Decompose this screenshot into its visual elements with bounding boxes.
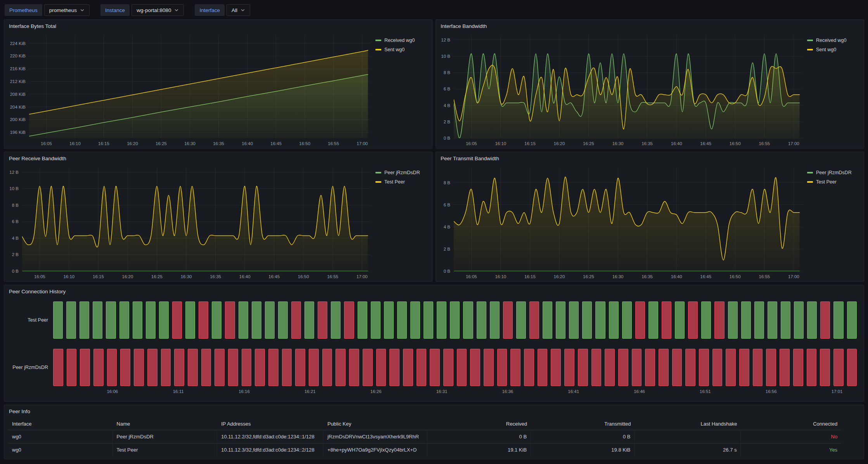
status-bar-connected <box>847 301 857 339</box>
legend-item[interactable]: Peer jRzmDsDR <box>807 170 861 175</box>
panel-title[interactable]: Interface Bandwidth <box>436 20 864 31</box>
status-bar-connected <box>93 301 102 339</box>
chart-legend: Received wg0Sent wg0 <box>374 31 432 148</box>
status-bar-disconnected <box>268 349 278 386</box>
status-bar-connected <box>556 301 565 339</box>
panel-peer-connection-history: Peer Connection History Test PeerPeer jR… <box>4 285 864 402</box>
legend-item[interactable]: Sent wg0 <box>375 47 429 52</box>
x-tick-label: 16:21 <box>304 389 316 394</box>
status-bar-disconnected <box>618 349 628 386</box>
panel-title[interactable]: Peer Connection History <box>4 285 864 296</box>
status-bar-connected <box>516 301 526 339</box>
panel-title[interactable]: Interface Bytes Total <box>4 20 432 31</box>
status-bar-disconnected <box>67 349 77 386</box>
column-header[interactable]: Transmitted <box>531 417 635 430</box>
status-bar-connected <box>768 301 777 339</box>
legend-swatch <box>807 49 813 50</box>
status-bar-disconnected <box>214 349 225 386</box>
x-tick-label: 16:46 <box>634 389 645 394</box>
column-header[interactable]: Interface <box>8 417 113 430</box>
panel-title[interactable]: Peer Transmit Bandwidth <box>436 152 864 163</box>
table-cell: 19.1 KiB <box>427 443 531 456</box>
panel-title[interactable]: Peer Info <box>4 405 864 416</box>
table-cell: jRzmDsDRVnwCt13vsyamXherk9L9RhR <box>323 430 427 443</box>
bytes-total-chart[interactable]: 16:0516:1016:1516:2016:2516:3016:3516:40… <box>4 31 374 148</box>
legend-label: Received wg0 <box>816 38 847 43</box>
chevron-down-icon <box>174 8 179 12</box>
panel-interface-bytes-total: Interface Bytes Total 16:0516:1016:1516:… <box>4 19 432 149</box>
panel-title[interactable]: Peer Receive Bandwidth <box>4 152 432 163</box>
y-tick-label: 224 KiB <box>10 41 26 46</box>
var-group-prometheus: Prometheus prometheus <box>5 4 90 16</box>
legend-item[interactable]: Test Peer <box>375 179 429 185</box>
peer-receive-chart[interactable]: 16:0516:1016:1516:2016:2516:3016:3516:40… <box>4 163 374 281</box>
legend-item[interactable]: Sent wg0 <box>807 47 861 52</box>
panel-grid: Interface Bytes Total 16:0516:1016:1516:… <box>0 19 868 459</box>
x-tick-label: 16:25 <box>151 274 163 279</box>
y-tick-label: 0 B <box>12 269 19 274</box>
status-bar-disconnected <box>376 349 386 386</box>
status-bar-connected <box>622 301 632 339</box>
x-tick-label: 16:11 <box>173 389 184 394</box>
interface-select[interactable]: All <box>227 4 250 16</box>
column-header[interactable]: Received <box>427 417 531 430</box>
y-tick-label: 12 B <box>9 170 19 175</box>
column-header[interactable]: Name <box>113 417 218 430</box>
chart-canvas: 16:0516:1016:1516:2016:2516:3016:3516:40… <box>4 31 374 148</box>
column-header[interactable]: Last Handshake <box>635 417 741 430</box>
status-bar-disconnected <box>417 349 427 386</box>
y-tick-label: 220 KiB <box>10 54 26 58</box>
legend-item[interactable]: Peer jRzmDsDR <box>375 170 429 175</box>
status-bar-disconnected <box>662 301 671 339</box>
x-tick-label: 16:30 <box>184 141 195 146</box>
status-bar-connected <box>66 301 76 339</box>
legend-item[interactable]: Received wg0 <box>807 38 861 43</box>
status-row-label: Test Peer <box>4 301 53 339</box>
status-bar-disconnected <box>672 349 682 386</box>
legend-swatch <box>375 40 381 41</box>
x-tick-label: 17:00 <box>356 274 368 279</box>
panel-peer-receive-bandwidth: Peer Receive Bandwidth 16:0516:1016:1516… <box>4 152 432 282</box>
status-bar-connected <box>648 301 658 339</box>
status-bar-connected <box>424 301 433 339</box>
instance-select-value: wg-portal:8080 <box>137 7 171 13</box>
status-bar-connected <box>463 301 473 339</box>
status-bar-disconnected <box>484 349 494 386</box>
column-header[interactable]: Public Key <box>323 417 427 430</box>
x-tick-label: 16:10 <box>495 141 506 146</box>
status-history-row: Test Peer <box>4 301 857 339</box>
legend-item[interactable]: Received wg0 <box>375 38 429 43</box>
status-bar-connected <box>582 301 592 339</box>
x-tick-label: 17:00 <box>356 141 368 146</box>
interface-bandwidth-chart[interactable]: 16:0516:1016:1516:2016:2516:3016:3516:40… <box>436 31 806 148</box>
connected-status: No <box>741 430 841 443</box>
x-tick-label: 16:35 <box>641 274 653 279</box>
column-header[interactable]: Connected <box>741 417 841 430</box>
status-bar-disconnected <box>107 349 117 386</box>
column-header[interactable]: IP Addresses <box>217 417 323 430</box>
status-bar-connected <box>754 301 764 339</box>
status-bar-disconnected <box>318 301 327 339</box>
legend-item[interactable]: Test Peer <box>807 179 861 185</box>
status-bar-disconnected <box>645 349 655 386</box>
prometheus-select[interactable]: prometheus <box>44 4 90 16</box>
panel-interface-bandwidth: Interface Bandwidth 16:0516:1016:1516:20… <box>436 19 864 149</box>
y-tick-label: 10 B <box>441 54 450 59</box>
status-bar-connected <box>609 301 619 339</box>
instance-var-label: Instance <box>100 4 130 16</box>
x-tick-label: 16:45 <box>268 274 280 279</box>
status-bar-connected <box>304 301 314 339</box>
instance-select[interactable]: wg-portal:8080 <box>131 4 184 16</box>
status-bar-disconnected <box>524 349 534 386</box>
status-bar-disconnected <box>282 349 292 386</box>
status-bar-disconnected <box>659 349 669 386</box>
status-bar-disconnected <box>335 349 346 386</box>
table-cell <box>635 430 741 443</box>
x-tick-label: 16:55 <box>759 141 770 146</box>
table-cell: 0 B <box>531 430 635 443</box>
prometheus-select-value: prometheus <box>49 7 77 13</box>
status-bar-disconnected <box>510 349 520 386</box>
x-tick-label: 16:20 <box>122 274 133 279</box>
peer-transmit-chart[interactable]: 16:0516:1016:1516:2016:2516:3016:3516:40… <box>436 163 806 281</box>
chart-legend: Received wg0Sent wg0 <box>806 31 864 148</box>
